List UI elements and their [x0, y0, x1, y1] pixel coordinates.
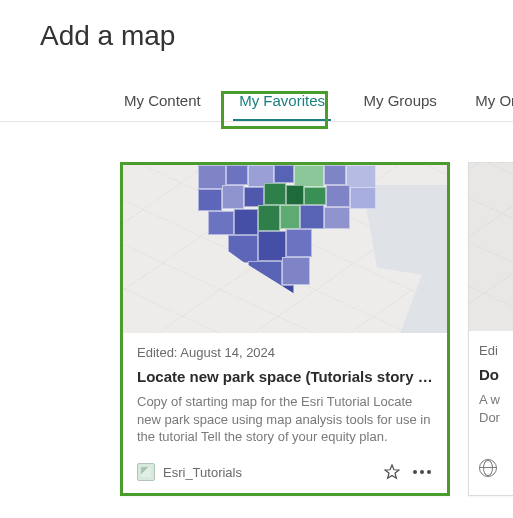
card-owner: Esri_Tutorials	[163, 465, 373, 480]
tab-my-organization[interactable]: My Organization	[469, 84, 513, 121]
svg-marker-0	[385, 465, 399, 478]
tabs-bar: My Content My Favorites My Groups My Org…	[0, 84, 513, 122]
star-icon	[383, 463, 401, 481]
card-title: Locate new park space (Tutorials story …	[137, 368, 433, 385]
tab-my-favorites[interactable]: My Favorites	[233, 84, 331, 121]
cards-row: Edited: August 14, 2024 Locate new park …	[120, 162, 513, 496]
page-title: Add a map	[0, 0, 513, 52]
globe-icon	[479, 459, 497, 477]
map-card[interactable]: Edited: August 14, 2024 Locate new park …	[120, 162, 450, 496]
favorite-button[interactable]	[381, 461, 403, 483]
tab-my-groups[interactable]: My Groups	[357, 84, 442, 121]
owner-avatar-icon	[137, 463, 155, 481]
more-options-button[interactable]	[411, 461, 433, 483]
card-edited: Edited: August 14, 2024	[137, 345, 433, 360]
map-card[interactable]: Edi Do A w Dor	[468, 162, 513, 496]
card-title: Do	[479, 366, 513, 383]
map-thumbnail	[469, 163, 513, 331]
map-thumbnail	[123, 165, 447, 333]
card-description: Copy of starting map for the Esri Tutori…	[137, 393, 433, 445]
ellipsis-icon	[413, 470, 431, 474]
card-description: A w Dor	[479, 391, 513, 443]
card-edited: Edi	[479, 343, 513, 358]
tab-my-content[interactable]: My Content	[118, 84, 207, 121]
